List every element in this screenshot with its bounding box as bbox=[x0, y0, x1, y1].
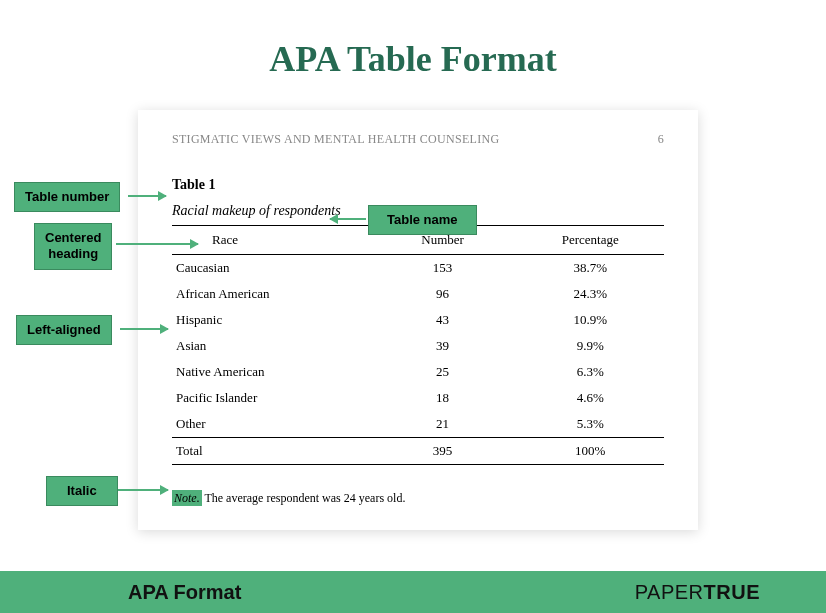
callout-italic: Italic bbox=[46, 476, 118, 506]
arrow-icon bbox=[116, 243, 198, 245]
cell-number: 21 bbox=[369, 411, 517, 438]
cell-percentage: 4.6% bbox=[516, 385, 664, 411]
table-row: Native American 25 6.3% bbox=[172, 359, 664, 385]
table-note: Note. The average respondent was 24 year… bbox=[172, 491, 664, 506]
col-header-percentage: Percentage bbox=[516, 226, 664, 255]
brand-part-bold: TRUE bbox=[704, 581, 760, 603]
page-title: APA Table Format bbox=[0, 0, 826, 98]
document-card: STIGMATIC VIEWS AND MENTAL HEALTH COUNSE… bbox=[138, 110, 698, 530]
arrow-icon bbox=[120, 328, 168, 330]
table-row: Hispanic 43 10.9% bbox=[172, 307, 664, 333]
table-body: Caucasian 153 38.7% African American 96 … bbox=[172, 255, 664, 465]
cell-percentage: 9.9% bbox=[516, 333, 664, 359]
apa-table: Race Number Percentage Caucasian 153 38.… bbox=[172, 225, 664, 465]
running-head-row: STIGMATIC VIEWS AND MENTAL HEALTH COUNSE… bbox=[172, 132, 664, 147]
table-row: Asian 39 9.9% bbox=[172, 333, 664, 359]
arrow-icon bbox=[330, 218, 366, 220]
cell-race: African American bbox=[172, 281, 369, 307]
cell-race: Native American bbox=[172, 359, 369, 385]
col-header-race: Race bbox=[172, 226, 369, 255]
cell-number: 153 bbox=[369, 255, 517, 282]
callout-table-number: Table number bbox=[14, 182, 120, 212]
page-number: 6 bbox=[658, 132, 664, 147]
cell-race: Caucasian bbox=[172, 255, 369, 282]
callout-centered-heading: Centered heading bbox=[34, 223, 112, 270]
cell-race: Asian bbox=[172, 333, 369, 359]
brand-logo: PAPERTRUE bbox=[635, 581, 760, 604]
note-label: Note. bbox=[172, 490, 202, 506]
table-row: African American 96 24.3% bbox=[172, 281, 664, 307]
cell-number: 43 bbox=[369, 307, 517, 333]
table-row: Caucasian 153 38.7% bbox=[172, 255, 664, 282]
callout-table-name: Table name bbox=[368, 205, 477, 235]
brand-part-light: PAPER bbox=[635, 581, 704, 603]
cell-total-label: Total bbox=[172, 438, 369, 465]
cell-number: 18 bbox=[369, 385, 517, 411]
cell-percentage: 5.3% bbox=[516, 411, 664, 438]
table-row: Other 21 5.3% bbox=[172, 411, 664, 438]
cell-total-number: 395 bbox=[369, 438, 517, 465]
table-number-label: Table 1 bbox=[172, 177, 664, 193]
cell-number: 25 bbox=[369, 359, 517, 385]
cell-number: 39 bbox=[369, 333, 517, 359]
cell-percentage: 6.3% bbox=[516, 359, 664, 385]
note-text: The average respondent was 24 years old. bbox=[202, 491, 406, 505]
cell-number: 96 bbox=[369, 281, 517, 307]
table-row: Pacific Islander 18 4.6% bbox=[172, 385, 664, 411]
arrow-icon bbox=[118, 489, 168, 491]
cell-race: Hispanic bbox=[172, 307, 369, 333]
cell-percentage: 10.9% bbox=[516, 307, 664, 333]
arrow-icon bbox=[128, 195, 166, 197]
cell-percentage: 24.3% bbox=[516, 281, 664, 307]
cell-total-percentage: 100% bbox=[516, 438, 664, 465]
callout-left-aligned: Left-aligned bbox=[16, 315, 112, 345]
footer-bar: APA Format PAPERTRUE bbox=[0, 571, 826, 613]
cell-race: Other bbox=[172, 411, 369, 438]
running-head-text: STIGMATIC VIEWS AND MENTAL HEALTH COUNSE… bbox=[172, 132, 499, 147]
footer-title: APA Format bbox=[128, 581, 241, 604]
cell-race: Pacific Islander bbox=[172, 385, 369, 411]
table-total-row: Total 395 100% bbox=[172, 438, 664, 465]
cell-percentage: 38.7% bbox=[516, 255, 664, 282]
